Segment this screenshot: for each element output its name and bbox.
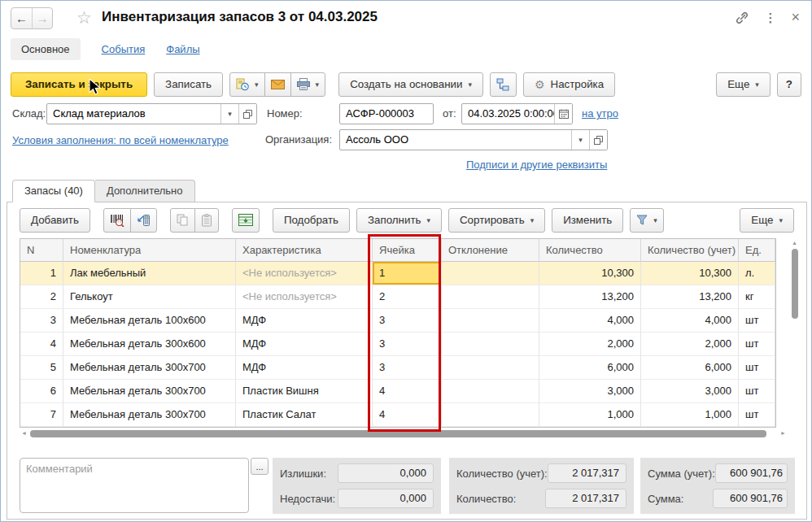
add-row-button[interactable]: Добавить bbox=[20, 208, 90, 233]
more-menu-icon[interactable]: ⋮ bbox=[764, 11, 776, 25]
sort-button[interactable]: Сортировать▾ bbox=[448, 208, 545, 233]
nav-tab-main[interactable]: Основное bbox=[11, 38, 81, 60]
vscroll-thumb[interactable] bbox=[792, 249, 798, 319]
table-cell-char[interactable]: Пластик Вишня bbox=[236, 380, 373, 403]
table-cell-item[interactable]: Мебельная деталь 300x700 bbox=[63, 403, 236, 427]
comment-input[interactable] bbox=[20, 458, 249, 513]
table-cell-n[interactable]: 2 bbox=[20, 285, 63, 309]
nav-tab-files[interactable]: Файлы bbox=[166, 43, 199, 55]
table-cell-qty_acc[interactable]: 10,300 bbox=[641, 262, 739, 285]
table-cell-deviation[interactable] bbox=[442, 285, 539, 309]
save-button[interactable]: Записать bbox=[154, 72, 223, 97]
tab-additional[interactable]: Дополнительно bbox=[95, 180, 195, 202]
fill-table-button[interactable] bbox=[232, 208, 260, 233]
table-cell-deviation[interactable] bbox=[442, 262, 539, 285]
table-cell-qty[interactable]: 1,000 bbox=[539, 403, 641, 427]
table-cell-unit[interactable]: шт bbox=[739, 309, 775, 333]
table-cell-cell[interactable]: 3 bbox=[373, 309, 442, 333]
copy-rows-button[interactable] bbox=[170, 208, 195, 233]
organization-combo[interactable]: Ассоль ООО ▾ bbox=[339, 129, 608, 150]
column-header[interactable]: Ед. bbox=[739, 239, 775, 262]
table-cell-item[interactable]: Мебельная деталь 300x700 bbox=[63, 356, 236, 380]
tab-stocks[interactable]: Запасы (40) bbox=[12, 180, 95, 202]
table-cell-deviation[interactable] bbox=[442, 356, 539, 380]
table-cell-deviation[interactable] bbox=[442, 309, 539, 333]
table-cell-unit[interactable]: л. bbox=[739, 262, 775, 285]
link-icon[interactable] bbox=[735, 11, 749, 25]
open-form-icon[interactable] bbox=[238, 104, 256, 124]
table-cell-char[interactable]: МДФ bbox=[236, 333, 373, 356]
table-cell-cell[interactable]: 3 bbox=[373, 333, 442, 356]
table-cell-qty_acc[interactable]: 4,000 bbox=[641, 309, 739, 333]
table-cell-char[interactable]: МДФ bbox=[236, 309, 373, 333]
table-cell-unit[interactable]: кг bbox=[739, 285, 775, 309]
warehouse-combo[interactable]: Склад материалов ▾ bbox=[46, 103, 257, 124]
fill-button[interactable]: Заполнить▾ bbox=[356, 208, 442, 233]
table-cell-deviation[interactable] bbox=[442, 380, 539, 403]
morning-link[interactable]: на утро bbox=[582, 107, 618, 120]
table-cell-qty[interactable]: 4,000 bbox=[539, 309, 641, 333]
column-header[interactable]: Характеристика bbox=[236, 239, 373, 262]
date-field[interactable]: 04.03.2025 0:00:00 bbox=[461, 103, 573, 124]
nav-tab-events[interactable]: События bbox=[102, 43, 146, 55]
forward-icon[interactable]: → bbox=[32, 8, 52, 28]
table-cell-qty_acc[interactable]: 1,000 bbox=[641, 403, 739, 427]
table-cell-n[interactable]: 4 bbox=[20, 333, 63, 356]
table-cell-unit[interactable]: шт bbox=[739, 333, 775, 356]
table-cell-n[interactable]: 3 bbox=[20, 309, 63, 333]
column-header[interactable]: Номенклатура bbox=[63, 239, 236, 262]
back-icon[interactable]: ← bbox=[11, 8, 32, 28]
table-cell-qty[interactable]: 6,000 bbox=[539, 356, 641, 380]
table-cell-qty[interactable]: 3,000 bbox=[539, 380, 641, 403]
number-field[interactable]: АСФР-000003 bbox=[339, 103, 434, 124]
signatures-link[interactable]: Подписи и другие реквизиты bbox=[466, 159, 607, 171]
chevron-down-icon[interactable]: ▾ bbox=[220, 104, 238, 124]
column-header[interactable]: N bbox=[20, 239, 63, 262]
table-cell-n[interactable]: 6 bbox=[20, 380, 63, 403]
column-header[interactable]: Количество (учет) bbox=[641, 239, 739, 262]
vertical-scrollbar[interactable]: ▲ bbox=[789, 238, 801, 427]
save-close-button[interactable]: Записать и закрыть bbox=[11, 72, 147, 97]
table-cell-qty_acc[interactable]: 13,200 bbox=[641, 285, 739, 309]
table-cell-item[interactable]: Мебельная деталь 300x700 bbox=[63, 380, 236, 403]
table-cell-unit[interactable]: шт bbox=[739, 380, 775, 403]
table-cell-qty[interactable]: 2,000 bbox=[539, 333, 641, 356]
data-terminal-button[interactable] bbox=[130, 208, 157, 233]
table-more-button[interactable]: Еще▾ bbox=[740, 208, 794, 233]
create-based-on-button[interactable]: Создать на основании▾ bbox=[338, 72, 483, 97]
table-cell-qty_acc[interactable]: 3,000 bbox=[641, 380, 739, 403]
table-cell-qty_acc[interactable]: 6,000 bbox=[641, 356, 739, 380]
more-button[interactable]: Еще▾ bbox=[716, 72, 771, 97]
document-structure-button[interactable] bbox=[490, 72, 517, 97]
column-header[interactable]: Отклонение bbox=[442, 239, 539, 262]
table-cell-cell[interactable]: 3 bbox=[373, 356, 442, 380]
hscroll-thumb[interactable] bbox=[30, 430, 766, 437]
table-cell-char[interactable]: <Не используется> bbox=[236, 262, 373, 285]
mail-button[interactable] bbox=[264, 72, 291, 97]
calendar-icon[interactable] bbox=[554, 104, 572, 124]
comment-expand-button[interactable]: ... bbox=[251, 458, 268, 475]
table-cell-deviation[interactable] bbox=[442, 333, 539, 356]
edit-button[interactable]: Изменить bbox=[552, 208, 623, 233]
scan-barcode-button[interactable] bbox=[103, 208, 131, 233]
post-document-button[interactable]: ▾ bbox=[229, 72, 265, 97]
settings-button[interactable]: ⚙ Настройка bbox=[523, 72, 615, 97]
table-cell-char[interactable]: МДФ bbox=[236, 356, 373, 380]
print-button[interactable]: ▾ bbox=[290, 72, 326, 97]
chevron-down-icon[interactable]: ▾ bbox=[571, 130, 589, 150]
help-button[interactable]: ? bbox=[777, 72, 801, 97]
favorite-star-icon[interactable]: ☆ bbox=[76, 8, 92, 28]
column-header[interactable]: Количество bbox=[539, 239, 641, 262]
table-cell-char[interactable]: <Не используется> bbox=[236, 285, 373, 309]
column-header[interactable]: Ячейка bbox=[373, 239, 442, 262]
table-cell-item[interactable]: Мебельная деталь 300x600 bbox=[63, 333, 236, 356]
table-cell-qty[interactable]: 10,300 bbox=[539, 262, 641, 285]
filter-button[interactable]: ▾ bbox=[630, 208, 664, 233]
horizontal-scrollbar[interactable]: ◄ ► bbox=[20, 428, 788, 439]
paste-rows-button[interactable] bbox=[194, 208, 219, 233]
pick-items-button[interactable]: Подобрать bbox=[273, 208, 350, 233]
table-cell-item[interactable]: Мебельная деталь 100x600 bbox=[63, 309, 236, 333]
table-cell-cell[interactable]: 1 bbox=[373, 262, 442, 285]
table-cell-unit[interactable]: шт bbox=[739, 356, 775, 380]
table-cell-char[interactable]: Пластик Салат bbox=[236, 403, 373, 427]
